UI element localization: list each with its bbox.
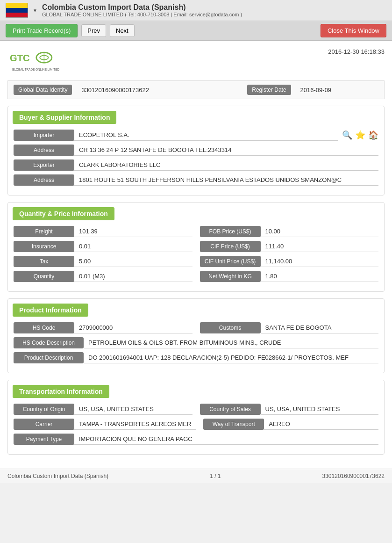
payment-label: Payment Type <box>14 434 74 445</box>
address1-label: Address <box>14 145 74 156</box>
exporter-label: Exporter <box>14 159 74 171</box>
identity-row: Global Data Identity 3301201609000017362… <box>7 80 385 99</box>
footer-left: Colombia Custom Import Data (Spanish) <box>7 473 108 479</box>
transportation-body: Country of Origin US, USA, UNITED STATES… <box>8 402 384 454</box>
close-button[interactable]: Close This Window <box>321 24 386 37</box>
hs-desc-row: HS Code Description PETROLEUM OILS & OIL… <box>14 337 378 348</box>
buyer-supplier-body: Importer ECOPETROL S.A. 🔍 ⭐ 🏠 Address CR… <box>8 128 384 195</box>
home-icon[interactable]: 🏠 <box>368 130 378 140</box>
cif-field: CIF Price (US$) 111.40 <box>200 241 379 252</box>
quantity-field: Quantity 0.01 (M3) <box>14 271 192 282</box>
payment-row: Payment Type IMPORTACION QUE NO GENERA P… <box>14 434 378 445</box>
colombia-flag <box>6 3 28 18</box>
net-weight-label: Net Weight in KG <box>200 271 261 282</box>
importer-label: Importer <box>14 130 74 141</box>
tax-label: Tax <box>14 256 74 267</box>
hscode-customs-row: HS Code 2709000000 Customs SANTA FE DE B… <box>14 322 378 333</box>
quantity-label: Quantity <box>14 271 74 282</box>
customs-label: Customs <box>200 322 261 333</box>
carrier-label: Carrier <box>14 419 74 430</box>
country-sales-value: US, USA, UNITED STATES <box>261 404 379 415</box>
freight-label: Freight <box>14 226 74 237</box>
next-button[interactable]: Next <box>110 24 135 37</box>
address1-row: Address CR 13 36 24 P 12 SANTAFE DE BOGO… <box>14 145 378 156</box>
product-title: Product Information <box>13 304 88 317</box>
cif-value: 111.40 <box>261 241 379 252</box>
quantity-value: 0.01 (M3) <box>74 271 192 282</box>
top-bar: ▼ Colombia Custom Import Data (Spanish) … <box>0 0 392 21</box>
fob-field: FOB Price (US$) 10.00 <box>200 226 379 237</box>
tax-value: 5.00 <box>74 256 192 267</box>
country-origin-field: Country of Origin US, USA, UNITED STATES <box>14 404 192 415</box>
quantity-price-section: Quantity & Price Information Freight 101… <box>7 202 385 292</box>
exporter-value: CLARK LABORATORIES LLC <box>74 159 378 171</box>
buyer-supplier-title: Buyer & Supplier Information <box>13 111 116 124</box>
country-sales-field: Country of Sales US, USA, UNITED STATES <box>200 404 379 415</box>
global-data-value: 33012016090000173622 <box>81 87 238 94</box>
prev-button[interactable]: Prev <box>81 24 106 37</box>
toolbar: Print Trade Record(s) Prev Next Close Th… <box>0 21 392 41</box>
way-transport-field: Way of Transport AEREO <box>203 419 378 430</box>
page-subtitle: GLOBAL TRADE ONLINE LIMITED ( Tel: 400-7… <box>42 12 386 17</box>
gto-logo-svg: GTC GLOBAL TRADE ONLINE LIMITED <box>7 48 64 74</box>
title-block: Colombia Custom Import Data (Spanish) GL… <box>42 3 386 17</box>
search-icon[interactable]: 🔍 <box>342 130 352 140</box>
hs-code-label: HS Code <box>14 322 74 333</box>
quantity-price-body: Freight 101.39 FOB Price (US$) 10.00 Ins… <box>8 224 384 291</box>
hs-desc-value: PETROLEUM OILS & OILS OBT. FROM BITUMINO… <box>84 337 378 348</box>
insurance-value: 0.01 <box>74 241 192 252</box>
address2-label: Address <box>14 174 74 186</box>
origin-sales-row: Country of Origin US, USA, UNITED STATES… <box>14 404 378 415</box>
country-sales-label: Country of Sales <box>200 404 261 415</box>
net-weight-value: 1.80 <box>261 271 379 282</box>
timestamp: 2016-12-30 16:18:33 <box>328 48 385 55</box>
svg-text:GLOBAL TRADE ONLINE LIMITED: GLOBAL TRADE ONLINE LIMITED <box>12 68 60 71</box>
page-footer: Colombia Custom Import Data (Spanish) 1 … <box>0 469 392 483</box>
quantity-price-title: Quantity & Price Information <box>13 207 114 220</box>
carrier-field: Carrier TAMPA - TRANSPORTES AEREOS MER <box>14 419 196 430</box>
insurance-label: Insurance <box>14 241 74 252</box>
freight-field: Freight 101.39 <box>14 226 192 237</box>
transportation-title: Transportation Information <box>13 385 109 398</box>
transportation-section: Transportation Information Country of Or… <box>7 380 385 455</box>
hs-code-value: 2709000000 <box>74 322 192 333</box>
cif-unit-label: CIF Unit Price (US$) <box>200 256 261 267</box>
footer-right: 33012016090000173622 <box>322 473 385 479</box>
exporter-row: Exporter CLARK LABORATORIES LLC <box>14 159 378 171</box>
payment-value: IMPORTACION QUE NO GENERA PAGC <box>74 434 378 445</box>
global-data-label: Global Data Identity <box>14 85 72 95</box>
product-desc-row: Product Description DO 2001601694001 UAP… <box>14 352 378 363</box>
page-title: Colombia Custom Import Data (Spanish) <box>42 3 386 12</box>
hs-code-field: HS Code 2709000000 <box>14 322 192 333</box>
gto-logo: GTC GLOBAL TRADE ONLINE LIMITED <box>7 48 64 74</box>
tax-field: Tax 5.00 <box>14 256 192 267</box>
main-content: GTC GLOBAL TRADE ONLINE LIMITED 2016-12-… <box>0 41 392 469</box>
buyer-supplier-section: Buyer & Supplier Information Importer EC… <box>7 106 385 195</box>
footer-center: 1 / 1 <box>210 473 221 479</box>
register-date-value: 2016-09-09 <box>300 87 378 94</box>
star-icon[interactable]: ⭐ <box>355 130 365 140</box>
carrier-transport-row: Carrier TAMPA - TRANSPORTES AEREOS MER W… <box>14 419 378 430</box>
fob-label: FOB Price (US$) <box>200 226 261 237</box>
importer-row: Importer ECOPETROL S.A. 🔍 ⭐ 🏠 <box>14 130 378 141</box>
customs-field: Customs SANTA FE DE BOGOTA <box>200 322 379 333</box>
product-body: HS Code 2709000000 Customs SANTA FE DE B… <box>8 320 384 373</box>
cif-unit-value: 11,140.00 <box>261 256 379 267</box>
carrier-value: TAMPA - TRANSPORTES AEREOS MER <box>74 419 196 430</box>
qty-netweight-row: Quantity 0.01 (M3) Net Weight in KG 1.80 <box>14 271 378 282</box>
cif-unit-field: CIF Unit Price (US$) 11,140.00 <box>200 256 379 267</box>
product-desc-label: Product Description <box>14 352 84 363</box>
freight-value: 101.39 <box>74 226 192 237</box>
print-button[interactable]: Print Trade Record(s) <box>6 24 78 37</box>
net-weight-field: Net Weight in KG 1.80 <box>200 271 379 282</box>
address2-row: Address 1801 ROUTE 51 SOUTH JEFFERSON HI… <box>14 174 378 186</box>
cif-label: CIF Price (US$) <box>200 241 261 252</box>
importer-icons: 🔍 ⭐ 🏠 <box>342 130 378 140</box>
hs-desc-label: HS Code Description <box>14 337 84 348</box>
svg-text:GTC: GTC <box>10 53 30 63</box>
freight-fob-row: Freight 101.39 FOB Price (US$) 10.00 <box>14 226 378 237</box>
insurance-field: Insurance 0.01 <box>14 241 192 252</box>
way-transport-label: Way of Transport <box>203 419 264 430</box>
dropdown-arrow[interactable]: ▼ <box>33 8 37 13</box>
country-origin-value: US, USA, UNITED STATES <box>74 404 192 415</box>
